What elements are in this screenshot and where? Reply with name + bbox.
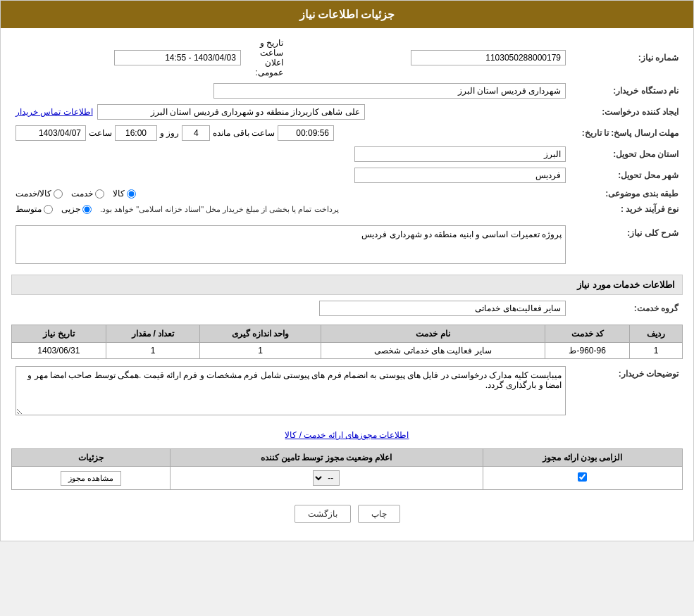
category-kala-label: کالا [113, 189, 125, 199]
table-row: 1 960-96-ط سایر فعالیت های خدماتی شخصی 1… [12, 343, 683, 359]
purchase-note: پرداخت تمام یا بخشی از مبلغ خریدار مخل "… [100, 205, 339, 214]
service-group-row: گروه خدمت: سایر فعالیت‌های خدماتی [11, 298, 683, 319]
row-unit: 1 [200, 343, 321, 359]
province-value: البرز [354, 146, 566, 162]
need-number-label: شماره نیاز: [570, 35, 683, 80]
col-details: جزئیات [12, 449, 171, 467]
category-khedmat[interactable]: خدمت [71, 189, 104, 199]
category-kala[interactable]: کالا [113, 189, 136, 199]
buyer-desc-value: میبایست کلیه مدارک درخواستی در فایل های … [16, 366, 566, 415]
deadline-days-value: 4 [182, 125, 210, 141]
permits-table: الزامی بودن ارائه مجوز اعلام وضعیت مجوز … [11, 448, 683, 490]
service-group-table: گروه خدمت: سایر فعالیت‌های خدماتی [11, 298, 683, 319]
category-kala-khedmat[interactable]: کالا/خدمت [16, 189, 63, 199]
permits-table-body: -- مشاهده مجوز [12, 467, 683, 490]
purchase-jozei-radio[interactable] [82, 205, 92, 214]
buyer-desc-row: توضیحات خریدار: میبایست کلیه مدارک درخوا… [11, 363, 683, 420]
bottom-buttons: چاپ بازگشت [11, 494, 683, 534]
buyer-org-value: شهرداری فردیس استان البرز [213, 83, 566, 99]
row-code: 960-96-ط [545, 343, 629, 359]
col-quantity: تعداد / مقدار [106, 325, 200, 343]
category-khedmat-radio[interactable] [95, 189, 104, 199]
contact-link[interactable]: اطلاعات تماس خریدار [16, 107, 93, 117]
view-permit-button[interactable]: مشاهده مجوز [61, 471, 121, 486]
announce-datetime-label: تاریخ و ساعت اعلان عمومی: [256, 38, 283, 77]
page-wrapper: جزئیات اطلاعات نیاز شماره نیاز: 11030502… [0, 0, 694, 541]
deadline-remaining-label: ساعت باقی مانده [213, 128, 275, 138]
permits-header: الزامی بودن ارائه مجوز اعلام وضعیت مجوز … [12, 449, 683, 467]
col-status: اعلام وضعیت مجوز توسط تامین کننده [170, 449, 483, 467]
col-unit: واحد اندازه گیری [200, 325, 321, 343]
permit-required [483, 467, 682, 490]
province-row: استان محل تحویل: البرز [11, 144, 683, 165]
deadline-remaining: 00:09:56 ساعت باقی مانده 4 روز و 16:00 س… [16, 125, 334, 141]
col-required: الزامی بودن ارائه مجوز [483, 449, 682, 467]
need-desc-label: شرح کلی نیاز: [570, 222, 683, 269]
deadline-label: مهلت ارسال پاسخ: تا تاریخ: [570, 122, 683, 144]
services-table: ردیف کد خدمت نام خدمت واحد اندازه گیری ت… [11, 325, 683, 359]
deadline-remaining-value: 00:09:56 [278, 125, 334, 141]
deadline-days-label: روز و [160, 128, 179, 138]
row-number: 1 [630, 343, 683, 359]
need-desc-value: پروژه تعمیرات اساسی و ابنیه منطقه دو شهر… [16, 225, 566, 264]
deadline-time-label: ساعت [89, 128, 112, 138]
purchase-motavasset-radio[interactable] [44, 205, 53, 214]
category-kala-radio[interactable] [127, 189, 136, 199]
service-group-label: گروه خدمت: [570, 298, 683, 319]
category-khedmat-label: خدمت [71, 189, 93, 199]
permit-details: مشاهده مجوز [12, 467, 171, 490]
row-date: 1403/06/31 [12, 343, 106, 359]
purchase-jozei-label: جزیی [61, 204, 80, 214]
buyer-org-label: نام دستگاه خریدار: [570, 80, 683, 101]
need-number-row: شماره نیاز: 1103050288000179 تاریخ و ساع… [11, 35, 683, 80]
info-table: شماره نیاز: 1103050288000179 تاریخ و ساع… [11, 35, 683, 217]
col-date: تاریخ نیاز [12, 325, 106, 343]
category-kala-khedmat-radio[interactable] [54, 189, 63, 199]
category-row: طبقه بندی موضوعی: کالا/خدمت خدمت کالا [11, 186, 683, 201]
services-table-header: ردیف کد خدمت نام خدمت واحد اندازه گیری ت… [12, 325, 683, 343]
service-group-value: سایر فعالیت‌های خدماتی [319, 301, 566, 316]
need-number-value: 1103050288000179 [411, 50, 566, 65]
buyer-desc-label: توضیحات خریدار: [570, 363, 683, 420]
permit-required-checkbox[interactable] [578, 472, 587, 482]
city-row: شهر محل تحویل: فردیس [11, 165, 683, 186]
services-header-row: ردیف کد خدمت نام خدمت واحد اندازه گیری ت… [12, 325, 683, 343]
deadline-row: مهلت ارسال پاسخ: تا تاریخ: 00:09:56 ساعت… [11, 122, 683, 144]
need-desc-table: شرح کلی نیاز: پروژه تعمیرات اساسی و ابنی… [11, 222, 683, 269]
deadline-date-value: 1403/04/07 [16, 125, 86, 141]
province-label: استان محل تحویل: [570, 144, 683, 165]
city-value: فردیس [354, 168, 566, 183]
requester-row: ایجاد کننده درخواست: اطلاعات تماس خریدار… [11, 101, 683, 122]
services-info-header: اطلاعات خدمات مورد نیاز [11, 275, 683, 295]
print-button[interactable]: چاپ [358, 505, 400, 523]
services-table-body: 1 960-96-ط سایر فعالیت های خدماتی شخصی 1… [12, 343, 683, 359]
permits-header-row: الزامی بودن ارائه مجوز اعلام وضعیت مجوز … [12, 449, 683, 467]
col-code: کد خدمت [545, 325, 629, 343]
permit-status-select[interactable]: -- [313, 470, 340, 486]
page-title: جزئیات اطلاعات نیاز [299, 8, 395, 20]
purchase-motavasset[interactable]: متوسط [16, 204, 53, 214]
purchase-motavasset-label: متوسط [16, 204, 42, 214]
permit-status: -- [170, 467, 483, 490]
announce-datetime-value: 1403/04/03 - 14:55 [114, 50, 241, 65]
purchase-jozei[interactable]: جزیی [61, 204, 92, 214]
requester-label: ایجاد کننده درخواست: [570, 101, 683, 122]
city-label: شهر محل تحویل: [570, 165, 683, 186]
purchase-type-row: نوع فرآیند خرید : متوسط جزیی پرداخت تمام… [11, 201, 683, 217]
table-row: -- مشاهده مجوز [12, 467, 683, 490]
col-name: نام خدمت [321, 325, 545, 343]
need-desc-row: شرح کلی نیاز: پروژه تعمیرات اساسی و ابنی… [11, 222, 683, 269]
buyer-desc-table: توضیحات خریدار: میبایست کلیه مدارک درخوا… [11, 363, 683, 420]
row-quantity: 1 [106, 343, 200, 359]
permits-link[interactable]: اطلاعات مجوزهای ارائه خدمت / کالا [11, 426, 683, 444]
buyer-org-row: نام دستگاه خریدار: شهرداری فردیس استان ا… [11, 80, 683, 101]
purchase-type-label: نوع فرآیند خرید : [570, 201, 683, 217]
deadline-time-value: 16:00 [115, 125, 157, 141]
row-name: سایر فعالیت های خدماتی شخصی [321, 343, 545, 359]
requester-value: علی شاهی کاربرداز منطقه دو شهرداری فردیس… [97, 104, 365, 120]
page-header: جزئیات اطلاعات نیاز [1, 1, 693, 28]
back-button[interactable]: بازگشت [295, 505, 351, 523]
category-label: طبقه بندی موضوعی: [570, 186, 683, 201]
category-kala-khedmat-label: کالا/خدمت [16, 189, 51, 199]
content-area: شماره نیاز: 1103050288000179 تاریخ و ساع… [1, 28, 693, 541]
